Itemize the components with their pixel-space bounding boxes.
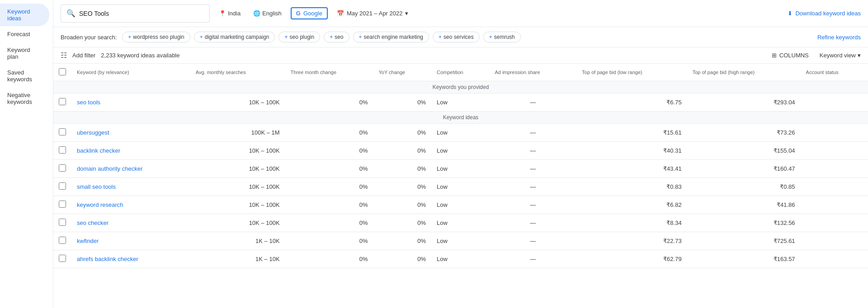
account-status-cell	[801, 124, 868, 142]
plus-icon: +	[128, 34, 131, 40]
broaden-chip[interactable]: +seo	[324, 32, 349, 42]
columns-label: COLUMNS	[779, 52, 809, 59]
bid-high-cell: ₹73.26	[687, 124, 801, 142]
table-container: Keyword (by relevance)Avg. monthly searc…	[53, 64, 868, 308]
select-all-checkbox[interactable]	[59, 68, 66, 75]
row-checkbox[interactable]	[59, 98, 66, 105]
column-header-9[interactable]: Account status	[801, 64, 868, 81]
sidebar-item-label: Negative keywords	[7, 92, 42, 105]
chip-label: seo	[335, 34, 343, 40]
add-filter-button[interactable]: Add filter	[72, 52, 95, 59]
column-header-2[interactable]: Avg. monthly searches	[190, 64, 285, 81]
account-status-cell	[801, 250, 868, 268]
column-header-6[interactable]: Ad impression share	[489, 64, 576, 81]
date-range-pill[interactable]: 📅 May 2021 – Apr 2022 ▾	[333, 8, 412, 19]
columns-button[interactable]: ⊞ COLUMNS	[772, 52, 809, 59]
keyword-cell[interactable]: keyword research	[71, 196, 190, 214]
plus-icon: +	[330, 34, 333, 40]
google-icon: G	[296, 10, 301, 17]
keyword-cell[interactable]: backlink checker	[71, 142, 190, 160]
yoy-cell: 0%	[373, 160, 431, 178]
row-checkbox[interactable]	[59, 146, 66, 154]
plus-icon: +	[200, 34, 203, 40]
language-pill[interactable]: 🌐 English	[250, 8, 285, 19]
column-header-5[interactable]: Competition	[431, 64, 489, 81]
three-month-cell: 0%	[285, 142, 373, 160]
competition-cell: Low	[431, 196, 489, 214]
row-checkbox[interactable]	[59, 237, 66, 244]
keyword-cell[interactable]: seo checker	[71, 214, 190, 232]
row-checkbox[interactable]	[59, 201, 66, 208]
search-box[interactable]: 🔍	[61, 5, 210, 23]
filter-icon[interactable]: ☷	[61, 51, 67, 60]
keyword-cell[interactable]: domain authority checker	[71, 160, 190, 178]
broaden-chip[interactable]: +search engine marketing	[353, 32, 429, 42]
keyword-cell[interactable]: ahrefs backlink checker	[71, 250, 190, 268]
column-header-7[interactable]: Top of page bid (low range)	[576, 64, 687, 81]
bid-low-cell: ₹62.79	[576, 250, 687, 268]
three-month-cell: 0%	[285, 232, 373, 250]
avg-monthly-cell: 10K – 100K	[190, 160, 285, 178]
location-label: India	[228, 10, 241, 17]
ad-impression-cell: —	[489, 142, 576, 160]
avg-monthly-cell: 1K – 10K	[190, 250, 285, 268]
column-header-8[interactable]: Top of page bid (high range)	[687, 64, 801, 81]
search-input[interactable]	[79, 10, 204, 17]
competition-cell: Low	[431, 124, 489, 142]
keyword-cell[interactable]: kwfinder	[71, 232, 190, 250]
bid-high-cell: ₹41.86	[687, 196, 801, 214]
row-checkbox[interactable]	[59, 128, 66, 135]
broaden-row: Broaden your search: +wordpress seo plug…	[53, 27, 868, 47]
competition-cell: Low	[431, 142, 489, 160]
keyword-cell[interactable]: ubersuggest	[71, 124, 190, 142]
column-header-1[interactable]: Keyword (by relevance)	[71, 64, 190, 81]
broaden-chip[interactable]: +wordpress seo plugin	[122, 32, 190, 42]
keyword-cell[interactable]: seo tools	[71, 93, 190, 112]
table-row: backlink checker10K – 100K0%0%Low—₹40.31…	[53, 142, 868, 160]
sidebar-item-forecast[interactable]: Forecast	[0, 26, 49, 42]
header: 🔍 📍 India 🌐 English G Google 📅 May 2021 …	[53, 0, 868, 27]
keyword-view-button[interactable]: Keyword view ▾	[820, 52, 861, 59]
sidebar-item-negative-keywords[interactable]: Negative keywords	[0, 87, 49, 110]
row-checkbox[interactable]	[59, 255, 66, 262]
refine-keywords-button[interactable]: Refine keywords	[817, 34, 861, 41]
sidebar-item-keyword-plan[interactable]: Keyword plan	[0, 42, 49, 65]
column-header-3[interactable]: Three month change	[285, 64, 373, 81]
section-provided: Keywords you provided	[53, 81, 868, 93]
chevron-down-icon: ▾	[858, 52, 861, 59]
keyword-count: 2,233 keyword ideas available	[101, 52, 179, 59]
broaden-chip[interactable]: +digital marketing campaign	[194, 32, 275, 42]
sidebar-item-keyword-ideas[interactable]: Keyword ideas	[0, 4, 49, 26]
ad-impression-cell: —	[489, 93, 576, 112]
sidebar: Keyword ideasForecastKeyword planSaved k…	[0, 0, 53, 308]
bid-low-cell: ₹15.61	[576, 124, 687, 142]
three-month-cell: 0%	[285, 250, 373, 268]
yoy-cell: 0%	[373, 196, 431, 214]
date-range-label: May 2021 – Apr 2022	[347, 10, 403, 17]
location-pill[interactable]: 📍 India	[215, 8, 244, 19]
location-icon: 📍	[219, 10, 226, 17]
yoy-cell: 0%	[373, 142, 431, 160]
bid-low-cell: ₹43.41	[576, 160, 687, 178]
yoy-cell: 0%	[373, 214, 431, 232]
column-header-4[interactable]: YoY change	[373, 64, 431, 81]
search-engine-pill[interactable]: G Google	[291, 7, 328, 19]
broaden-chip[interactable]: +semrush	[483, 32, 521, 42]
row-checkbox[interactable]	[59, 219, 66, 226]
language-label: English	[262, 10, 282, 17]
calendar-icon: 📅	[337, 10, 344, 17]
bid-high-cell: ₹293.04	[687, 93, 801, 112]
table-row: seo tools10K – 100K0%0%Low—₹6.75₹293.04	[53, 93, 868, 112]
broaden-chip[interactable]: +seo plugin	[278, 32, 320, 42]
broaden-chip[interactable]: +seo services	[433, 32, 480, 42]
sidebar-item-saved-keywords[interactable]: Saved keywords	[0, 65, 49, 87]
avg-monthly-cell: 1K – 10K	[190, 232, 285, 250]
row-checkbox[interactable]	[59, 182, 66, 190]
competition-cell: Low	[431, 160, 489, 178]
row-checkbox[interactable]	[59, 164, 66, 172]
keyword-cell[interactable]: small seo tools	[71, 178, 190, 196]
account-status-cell	[801, 93, 868, 112]
ad-impression-cell: —	[489, 124, 576, 142]
table-header-row: Keyword (by relevance)Avg. monthly searc…	[53, 64, 868, 81]
download-keyword-ideas-button[interactable]: ⬇ Download keyword ideas	[788, 10, 861, 17]
